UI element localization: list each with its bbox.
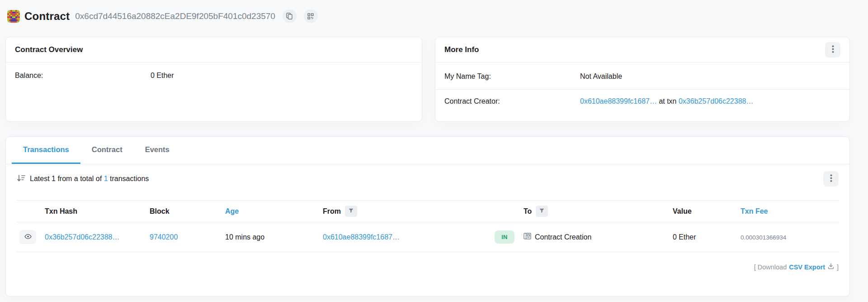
balance-row: Balance: 0 Ether xyxy=(6,62,422,89)
preview-txn-button[interactable] xyxy=(19,230,36,244)
txn-hash-link[interactable]: 0x36b257d06c22388… xyxy=(45,233,119,241)
col-value: Value xyxy=(670,201,738,222)
contract-overview-card: Contract Overview Balance: 0 Ether xyxy=(5,37,422,122)
tab-transactions[interactable]: Transactions xyxy=(12,137,80,164)
col-age: Age xyxy=(222,201,320,222)
contract-creator-value: 0x610ae88399fc1687… at txn 0x36b257d06c2… xyxy=(580,97,753,105)
to-value: Contract Creation xyxy=(535,233,591,241)
txn-fee-value: 0.000301366934 xyxy=(741,234,786,241)
col-from: From xyxy=(320,201,492,222)
direction-badge: IN xyxy=(495,230,514,244)
download-prefix-text: [ Download xyxy=(754,264,787,271)
creator-connector-text: at txn xyxy=(659,97,676,105)
txn-fee-toggle-link[interactable]: Txn Fee xyxy=(741,207,768,215)
from-address-link[interactable]: 0x610ae88399fc1687… xyxy=(323,233,400,241)
qr-grid-icon xyxy=(307,13,314,19)
kebab-menu-icon xyxy=(830,174,832,183)
csv-export-row: [ Download CSV Export ] xyxy=(17,263,839,271)
name-tag-label: My Name Tag: xyxy=(444,72,580,81)
more-info-card-title: More Info xyxy=(444,45,479,54)
col-block: Block xyxy=(147,201,222,222)
summary-suffix: transactions xyxy=(110,175,149,182)
col-to: To xyxy=(521,201,670,222)
name-tag-row: My Name Tag: Not Available xyxy=(435,62,849,90)
transactions-menu-button[interactable] xyxy=(823,171,839,187)
transactions-card: Transactions Contract Events Latest 1 fr… xyxy=(5,136,850,297)
overview-card-title: Contract Overview xyxy=(15,45,83,54)
col-txn-hash: Txn Hash xyxy=(42,201,147,222)
tab-contract[interactable]: Contract xyxy=(80,137,134,164)
tabbar: Transactions Contract Events xyxy=(6,137,849,164)
summary-prefix: Latest 1 from a total of xyxy=(30,175,102,182)
transactions-table: Txn Hash Block Age From xyxy=(17,200,840,252)
contract-creator-row: Contract Creator: 0x610ae88399fc1687… at… xyxy=(435,90,849,113)
from-header-label: From xyxy=(323,207,341,216)
kebab-menu-icon xyxy=(832,45,834,54)
summary-count-link[interactable]: 1 xyxy=(104,175,108,182)
copy-address-button[interactable] xyxy=(283,9,297,23)
creator-address-link[interactable]: 0x610ae88399fc1687… xyxy=(580,97,657,105)
qr-code-button[interactable] xyxy=(304,9,318,23)
balance-value: 0 Ether xyxy=(151,72,174,80)
download-suffix-text: ] xyxy=(837,264,839,271)
block-link[interactable]: 9740200 xyxy=(150,233,178,241)
age-value: 10 mins ago xyxy=(222,222,320,252)
table-header-row: Txn Hash Block Age From xyxy=(17,201,840,222)
contract-doc-icon xyxy=(524,233,531,241)
summary-text: Latest 1 from a total of 1 transactions xyxy=(30,175,149,183)
more-info-menu-button[interactable] xyxy=(825,42,840,58)
contract-creator-label: Contract Creator: xyxy=(444,97,580,105)
name-tag-value: Not Available xyxy=(580,72,622,81)
to-header-label: To xyxy=(524,207,532,216)
contract-address: 0x6cd7d44516a20882cEa2DE9f205bF401c0d235… xyxy=(75,11,275,21)
col-txn-fee: Txn Fee xyxy=(738,201,840,222)
page: Contract 0x6cd7d44516a20882cEa2DE9f205bF… xyxy=(0,0,868,297)
sort-amount-icon xyxy=(17,174,25,184)
balance-label: Balance: xyxy=(15,72,151,80)
eye-icon xyxy=(24,234,32,241)
from-filter-button[interactable] xyxy=(345,206,357,217)
filter-icon xyxy=(349,208,354,215)
transactions-summary-row: Latest 1 from a total of 1 transactions xyxy=(6,164,849,187)
more-info-card: More Info My Name Tag: Not Available Con… xyxy=(435,37,850,122)
summary-cards: Contract Overview Balance: 0 Ether More … xyxy=(5,37,850,122)
col-eye xyxy=(17,201,42,222)
filter-icon xyxy=(539,208,544,215)
value-cell: 0 Ether xyxy=(670,222,738,252)
contract-avatar xyxy=(7,10,20,23)
csv-export-link[interactable]: CSV Export xyxy=(789,264,825,271)
page-title: Contract xyxy=(24,10,70,23)
to-filter-button[interactable] xyxy=(536,206,548,217)
download-icon xyxy=(827,263,835,271)
creator-txn-link[interactable]: 0x36b257d06c22388… xyxy=(679,97,753,105)
tab-events[interactable]: Events xyxy=(134,137,181,164)
col-direction xyxy=(492,201,521,222)
copy-icon xyxy=(286,13,292,19)
table-row: 0x36b257d06c22388… 9740200 10 mins ago 0… xyxy=(17,222,840,252)
page-header: Contract 0x6cd7d44516a20882cEa2DE9f205bF… xyxy=(5,5,850,26)
age-sort-link[interactable]: Age xyxy=(225,207,239,215)
